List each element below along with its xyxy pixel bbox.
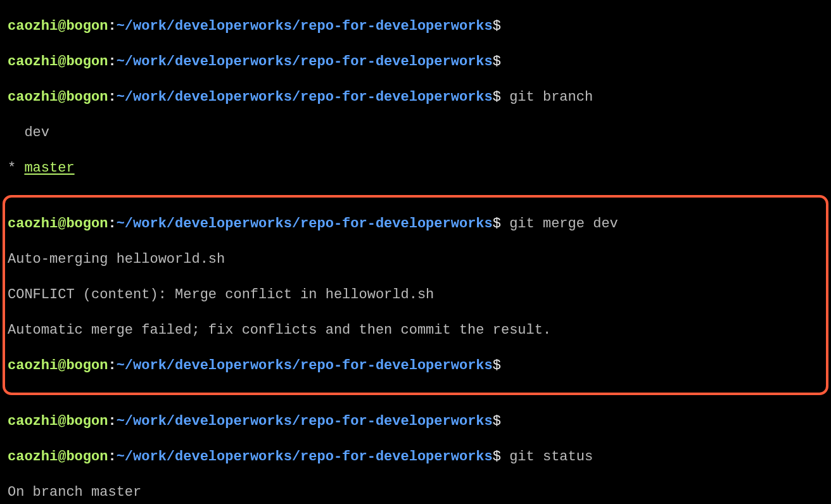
branch-master-name: master bbox=[24, 160, 74, 176]
prompt-path: ~/work/developerworks/repo-for-developer… bbox=[117, 18, 493, 34]
prompt-user: caozhi@bogon bbox=[8, 54, 108, 70]
prompt-dollar: $ bbox=[493, 413, 501, 429]
prompt-path: ~/work/developerworks/repo-for-developer… bbox=[117, 449, 493, 465]
status-line-1: On branch master bbox=[8, 484, 823, 501]
prompt-colon: : bbox=[108, 18, 116, 34]
branch-dev: dev bbox=[8, 124, 823, 142]
prompt-line-after-merge: caozhi@bogon:~/work/developerworks/repo-… bbox=[8, 357, 823, 375]
prompt-path: ~/work/developerworks/repo-for-developer… bbox=[117, 216, 493, 232]
cmd-git-status: git status bbox=[509, 449, 593, 465]
prompt-line-git-merge: caozhi@bogon:~/work/developerworks/repo-… bbox=[8, 215, 823, 233]
merge-highlight-box: caozhi@bogon:~/work/developerworks/repo-… bbox=[3, 195, 828, 395]
prompt-dollar: $ bbox=[493, 449, 501, 465]
prompt-path: ~/work/developerworks/repo-for-developer… bbox=[117, 89, 493, 105]
prompt-colon: : bbox=[108, 358, 116, 374]
prompt-line-2: caozhi@bogon:~/work/developerworks/repo-… bbox=[8, 53, 823, 71]
prompt-user: caozhi@bogon bbox=[8, 18, 108, 34]
prompt-user: caozhi@bogon bbox=[8, 449, 108, 465]
prompt-dollar: $ bbox=[493, 18, 501, 34]
merge-line-3: Automatic merge failed; fix conflicts an… bbox=[8, 322, 823, 339]
prompt-dollar: $ bbox=[493, 54, 501, 70]
prompt-colon: : bbox=[108, 54, 116, 70]
terminal-output[interactable]: caozhi@bogon:~/work/developerworks/repo-… bbox=[0, 0, 831, 504]
prompt-dollar: $ bbox=[493, 89, 501, 105]
prompt-path: ~/work/developerworks/repo-for-developer… bbox=[117, 54, 493, 70]
prompt-dollar: $ bbox=[493, 216, 501, 232]
cmd-git-merge: git merge dev bbox=[509, 216, 618, 232]
branch-master-prefix: * bbox=[8, 160, 24, 176]
prompt-user: caozhi@bogon bbox=[8, 413, 108, 429]
prompt-user: caozhi@bogon bbox=[8, 216, 108, 232]
prompt-user: caozhi@bogon bbox=[8, 89, 108, 105]
prompt-path: ~/work/developerworks/repo-for-developer… bbox=[117, 413, 493, 429]
prompt-line-1: caozhi@bogon:~/work/developerworks/repo-… bbox=[8, 18, 823, 35]
prompt-colon: : bbox=[108, 413, 116, 429]
merge-line-2: CONFLICT (content): Merge conflict in he… bbox=[8, 286, 823, 304]
prompt-colon: : bbox=[108, 89, 116, 105]
prompt-user: caozhi@bogon bbox=[8, 358, 108, 374]
prompt-line-3: caozhi@bogon:~/work/developerworks/repo-… bbox=[8, 413, 823, 431]
prompt-colon: : bbox=[108, 216, 116, 232]
prompt-colon: : bbox=[108, 449, 116, 465]
branch-master: * master bbox=[8, 160, 823, 177]
prompt-path: ~/work/developerworks/repo-for-developer… bbox=[117, 358, 493, 374]
merge-line-1: Auto-merging helloworld.sh bbox=[8, 251, 823, 268]
prompt-line-git-status: caozhi@bogon:~/work/developerworks/repo-… bbox=[8, 448, 823, 466]
prompt-line-git-branch: caozhi@bogon:~/work/developerworks/repo-… bbox=[8, 89, 823, 106]
cmd-git-branch: git branch bbox=[509, 89, 593, 105]
prompt-dollar: $ bbox=[493, 358, 501, 374]
